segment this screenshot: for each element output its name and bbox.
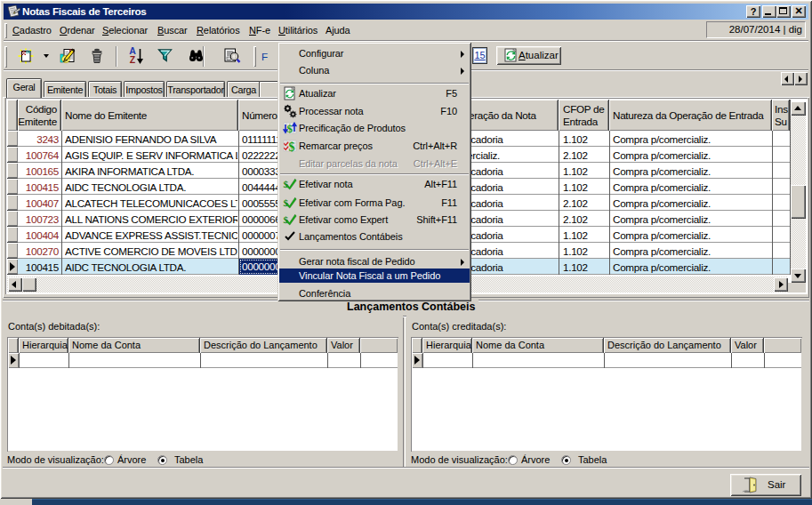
svg-text:$: $ (289, 140, 295, 154)
svg-text:$: $ (287, 122, 293, 135)
